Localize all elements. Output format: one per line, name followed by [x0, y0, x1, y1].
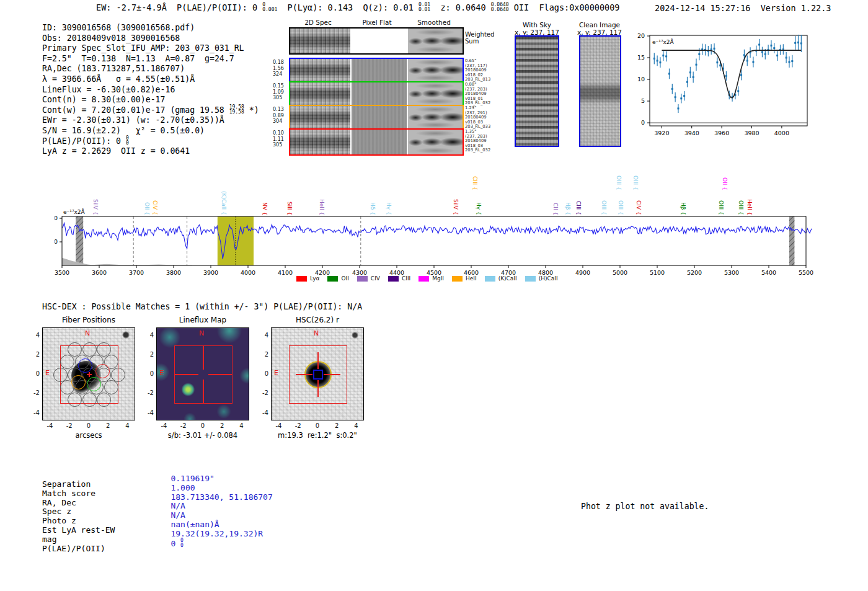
x-tick-label: 4 [352, 422, 361, 429]
crosshair [174, 374, 198, 375]
y-tick-label: -2 [257, 389, 268, 396]
info-line: ID: 3090016568 (3090016568.pdf) [42, 23, 259, 33]
legend-item: Lyα [296, 275, 319, 282]
with-sky-header: With Skyx, y: 237, 117 [506, 22, 568, 36]
clean-image-cutout [579, 35, 621, 147]
info-line: EWr = -2.30(±0.31) (w: -2.70(±0.35))Å [42, 115, 259, 126]
text-run: OII Flags:0x00000009 [509, 2, 620, 12]
crosshair [324, 374, 340, 375]
y-tick-label: 4 [257, 332, 268, 339]
text-run: Primary Spec_Slot_IFU_AMP: 203_073_031_R… [42, 43, 244, 53]
match-value: N/A [170, 502, 272, 511]
svg-text:e⁻¹⁷x2Å: e⁻¹⁷x2Å [63, 208, 86, 215]
legend-label: (H)CaII [539, 275, 558, 282]
x-tick-label: -2 [293, 422, 303, 429]
svg-text:5300: 5300 [724, 269, 739, 276]
legend-item: HeII [452, 275, 477, 282]
svg-text:10: 10 [55, 238, 58, 245]
x-tick-label: 2 [103, 422, 113, 429]
legend-label: CIII [402, 275, 410, 282]
match-label: RA, Dec [42, 499, 115, 508]
info-line: LineFlux = -6.30(±0.82)e-16 [42, 85, 259, 96]
crosshair [296, 374, 312, 375]
y-tick-label: -2 [29, 389, 40, 396]
line-label-oiii: OIII { [632, 176, 639, 190]
info-line: Obs: 20180409v018_3090016568 [42, 33, 259, 44]
text-run: LineFlux = -6.30(±0.82)e-16 [42, 85, 175, 94]
svg-text:20: 20 [55, 215, 58, 221]
x-tick-label: 2 [332, 422, 342, 429]
match-value: 0 00 [170, 539, 272, 549]
twod-spec-strip [290, 59, 350, 81]
twod-row [289, 27, 464, 55]
y-tick-label: 0 [143, 370, 154, 377]
twod-row [289, 105, 464, 130]
cutout-0: NE [42, 327, 135, 420]
twod-spec-strip [290, 130, 350, 154]
cutout-1: NE [156, 327, 249, 420]
fiber-annotation: 1.23"(237, 291)20180409v018_03203_RL_033 [465, 106, 502, 130]
weighted-sum-label: WeightedSum [465, 31, 494, 45]
match-value: 19.32(19.32,19.32)R [170, 530, 272, 539]
legend-label: (K)CaII [498, 275, 517, 282]
svg-text:3960: 3960 [714, 130, 729, 136]
smoothed-strip [408, 106, 463, 128]
legend-item: OII [327, 275, 348, 282]
match-table: SeparationMatch scoreRA, DecSpec zPhoto … [42, 474, 273, 553]
fiber-weight-label: 0.101.11305 [273, 130, 286, 148]
catalog-match-square [313, 370, 323, 380]
smoothed-title: Smoothed [403, 19, 465, 26]
svg-text:4000: 4000 [241, 269, 255, 276]
svg-text:3700: 3700 [129, 269, 144, 276]
crosshair [208, 374, 232, 375]
selected-fiber-circle [87, 377, 101, 391]
smoothed-strip [408, 82, 463, 105]
center-marker [89, 372, 89, 377]
x-tick-label: 0 [198, 422, 208, 429]
legend-label: MgII [432, 275, 444, 282]
x-tick-label: 0 [84, 422, 94, 429]
svg-text:20: 20 [637, 32, 645, 39]
x-tick-label: -2 [179, 422, 188, 429]
line-fit-plot: 3920394039603980400005101520e⁻¹⁷x2Å [626, 28, 831, 140]
cutout-2: NE [271, 327, 364, 420]
fiber-annotation: 0.88"(237, 283)20180409v018_01203_RL_032 [465, 82, 502, 106]
legend-label: HeII [466, 275, 477, 282]
x-tick-label: -2 [64, 422, 74, 429]
hsc-dex-summary: HSC-DEX : Possible Matches = 1 (within +… [42, 302, 362, 311]
legend-item: MgII [418, 275, 444, 282]
panel-title: HSC(26.2) r [271, 316, 364, 324]
pixel-flat-strip [352, 106, 407, 128]
x-tick-label: 2 [217, 422, 227, 429]
compass-north: N [85, 329, 90, 337]
timestamp-version: 2024-12-14 15:27:16 Version 1.22.3 [655, 3, 831, 13]
info-line: Cont(w) = 7.20(±0.01)e-17 (gmag 19.58 19… [42, 105, 259, 116]
photz-note: Phot z plot not available. [581, 502, 709, 511]
info-line: RA,Dec (183.713287,51.186707) [42, 64, 259, 74]
y-tick-label: 2 [143, 351, 154, 358]
text-run: ID: 3090016568 (3090016568.pdf) [42, 23, 195, 32]
legend-swatch [452, 276, 463, 282]
smoothed-strip [408, 59, 463, 81]
text-run: Cont(w) = 7.20(±0.01)e-17 (gmag 19.58 [42, 105, 229, 115]
stacked-fraction: 00.001 [262, 2, 277, 12]
compass-north: N [199, 329, 204, 337]
panel-caption: m:19.3 re:1.2" s:0.2" [259, 431, 376, 440]
legend-swatch [485, 276, 495, 282]
text-run: F=2.5" T=0.138 N=1.13 A=0.87 g=24.7 [42, 54, 234, 63]
header-summary: EW: -2.7±-4.9Å P(LAE)/P(OII): 0 00.001 P… [96, 2, 619, 13]
crosshair [203, 380, 204, 403]
selected-fiber-circle [95, 364, 110, 378]
legend-swatch [418, 276, 429, 282]
text-run: λ = 3966.66Å σ = 4.55(±0.51)Å [42, 74, 195, 84]
legend-item: CIV [357, 275, 380, 282]
y-tick-label: 4 [143, 332, 154, 339]
match-label: P(LAE)/P(OII) [42, 544, 115, 554]
fiber-annotation: 1.35"(237, 283)20180409v018_03203_RL_032 [465, 130, 502, 153]
svg-text:3940: 3940 [684, 130, 699, 136]
compass-north: N [314, 329, 319, 337]
fiber-annotation: 0.65"(237, 117)20180409v018_02203_RL_013 [465, 59, 502, 82]
detection-info-block: ID: 3090016568 (3090016568.pdf)Obs: 2018… [42, 23, 259, 157]
svg-text:4100: 4100 [278, 269, 293, 276]
compass-east: E [159, 369, 164, 377]
